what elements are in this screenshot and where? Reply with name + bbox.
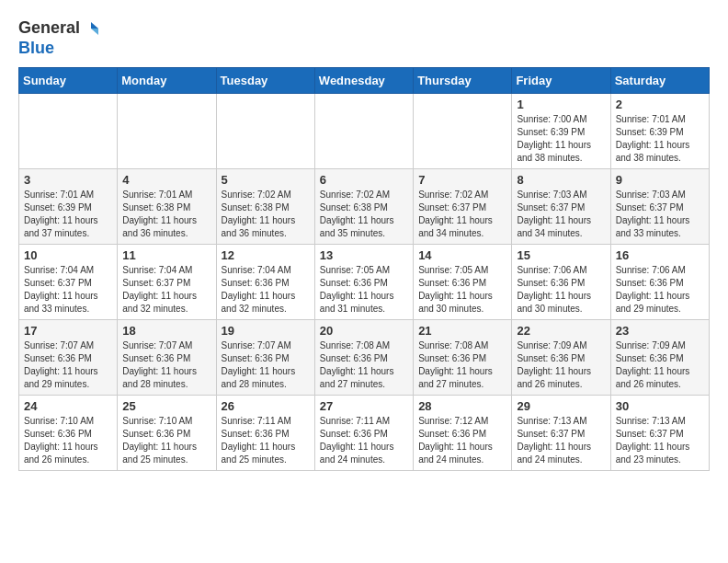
day-number: 26 [222,399,310,413]
day-number: 19 [222,324,310,338]
day-info: Sunrise: 7:13 AM Sunset: 6:37 PM Dayligh… [517,415,605,466]
calendar-week-row: 3Sunrise: 7:01 AM Sunset: 6:39 PM Daylig… [19,169,710,245]
calendar-cell: 15Sunrise: 7:06 AM Sunset: 6:36 PM Dayli… [512,245,610,320]
day-number: 21 [418,324,506,338]
calendar-cell: 27Sunrise: 7:11 AM Sunset: 6:36 PM Dayli… [314,396,413,471]
calendar-cell: 29Sunrise: 7:13 AM Sunset: 6:37 PM Dayli… [512,396,610,471]
day-info: Sunrise: 7:13 AM Sunset: 6:37 PM Dayligh… [616,415,704,466]
day-info: Sunrise: 7:09 AM Sunset: 6:36 PM Dayligh… [517,339,605,391]
day-info: Sunrise: 7:01 AM Sunset: 6:39 PM Dayligh… [616,113,704,165]
day-info: Sunrise: 7:01 AM Sunset: 6:38 PM Dayligh… [122,189,210,240]
calendar-cell: 26Sunrise: 7:11 AM Sunset: 6:36 PM Dayli… [216,396,314,471]
day-info: Sunrise: 7:07 AM Sunset: 6:36 PM Dayligh… [24,339,112,391]
calendar-cell: 25Sunrise: 7:10 AM Sunset: 6:36 PM Dayli… [118,396,216,471]
day-number: 10 [24,248,112,262]
calendar-cell: 1Sunrise: 7:00 AM Sunset: 6:39 PM Daylig… [512,94,610,169]
day-number: 2 [616,98,704,111]
calendar-cell: 5Sunrise: 7:02 AM Sunset: 6:38 PM Daylig… [216,169,314,245]
day-number: 13 [320,248,408,262]
day-number: 30 [616,399,704,413]
day-number: 6 [320,173,408,187]
day-number: 4 [122,173,210,187]
day-number: 12 [222,248,310,262]
logo: General Blue [18,18,98,58]
day-number: 5 [222,173,310,187]
day-info: Sunrise: 7:04 AM Sunset: 6:37 PM Dayligh… [24,264,112,316]
day-number: 11 [122,248,210,262]
logo-bird-icon [82,20,98,37]
day-info: Sunrise: 7:05 AM Sunset: 6:36 PM Dayligh… [418,264,506,316]
calendar-cell: 22Sunrise: 7:09 AM Sunset: 6:36 PM Dayli… [512,320,610,396]
calendar-header-row: SundayMondayTuesdayWednesdayThursdayFrid… [19,68,710,94]
calendar-cell: 24Sunrise: 7:10 AM Sunset: 6:36 PM Dayli… [19,396,118,471]
day-info: Sunrise: 7:10 AM Sunset: 6:36 PM Dayligh… [24,415,112,466]
calendar-cell: 4Sunrise: 7:01 AM Sunset: 6:38 PM Daylig… [118,169,216,245]
day-number: 14 [418,248,506,262]
calendar-cell [414,94,512,169]
calendar-cell [216,94,314,169]
logo-blue: Blue [18,39,54,59]
day-info: Sunrise: 7:10 AM Sunset: 6:36 PM Dayligh… [122,415,210,466]
calendar-week-row: 17Sunrise: 7:07 AM Sunset: 6:36 PM Dayli… [19,320,710,396]
calendar-week-row: 10Sunrise: 7:04 AM Sunset: 6:37 PM Dayli… [19,245,710,320]
day-info: Sunrise: 7:11 AM Sunset: 6:36 PM Dayligh… [320,415,408,466]
calendar-cell [19,94,118,169]
day-info: Sunrise: 7:06 AM Sunset: 6:36 PM Dayligh… [517,264,605,316]
day-info: Sunrise: 7:08 AM Sunset: 6:36 PM Dayligh… [320,339,408,391]
day-info: Sunrise: 7:06 AM Sunset: 6:36 PM Dayligh… [616,264,704,316]
day-info: Sunrise: 7:03 AM Sunset: 6:37 PM Dayligh… [517,189,605,240]
calendar-cell: 14Sunrise: 7:05 AM Sunset: 6:36 PM Dayli… [414,245,512,320]
day-number: 29 [517,399,605,413]
weekday-header: Saturday [610,68,709,94]
day-info: Sunrise: 7:01 AM Sunset: 6:39 PM Dayligh… [24,189,112,240]
day-info: Sunrise: 7:12 AM Sunset: 6:36 PM Dayligh… [418,415,506,466]
calendar-cell: 23Sunrise: 7:09 AM Sunset: 6:36 PM Dayli… [610,320,709,396]
day-number: 15 [517,248,605,262]
day-info: Sunrise: 7:02 AM Sunset: 6:38 PM Dayligh… [222,189,310,240]
day-info: Sunrise: 7:02 AM Sunset: 6:37 PM Dayligh… [418,189,506,240]
day-number: 18 [122,324,210,338]
day-number: 1 [517,98,605,111]
svg-marker-1 [91,29,98,35]
day-number: 27 [320,399,408,413]
day-number: 25 [122,399,210,413]
calendar-cell: 6Sunrise: 7:02 AM Sunset: 6:38 PM Daylig… [314,169,413,245]
day-number: 28 [418,399,506,413]
calendar-cell: 30Sunrise: 7:13 AM Sunset: 6:37 PM Dayli… [610,396,709,471]
calendar-table: SundayMondayTuesdayWednesdayThursdayFrid… [18,67,710,471]
day-number: 20 [320,324,408,338]
calendar-cell: 11Sunrise: 7:04 AM Sunset: 6:37 PM Dayli… [118,245,216,320]
calendar-cell: 3Sunrise: 7:01 AM Sunset: 6:39 PM Daylig… [19,169,118,245]
day-info: Sunrise: 7:04 AM Sunset: 6:36 PM Dayligh… [222,264,310,316]
logo-general: General [18,18,80,39]
day-info: Sunrise: 7:02 AM Sunset: 6:38 PM Dayligh… [320,189,408,240]
day-info: Sunrise: 7:03 AM Sunset: 6:37 PM Dayligh… [616,189,704,240]
calendar-cell: 2Sunrise: 7:01 AM Sunset: 6:39 PM Daylig… [610,94,709,169]
calendar-week-row: 1Sunrise: 7:00 AM Sunset: 6:39 PM Daylig… [19,94,710,169]
calendar-cell: 19Sunrise: 7:07 AM Sunset: 6:36 PM Dayli… [216,320,314,396]
day-number: 3 [24,173,112,187]
calendar-cell: 7Sunrise: 7:02 AM Sunset: 6:37 PM Daylig… [414,169,512,245]
day-info: Sunrise: 7:07 AM Sunset: 6:36 PM Dayligh… [222,339,310,391]
weekday-header: Wednesday [314,68,413,94]
day-number: 8 [517,173,605,187]
day-info: Sunrise: 7:11 AM Sunset: 6:36 PM Dayligh… [222,415,310,466]
calendar-cell [118,94,216,169]
calendar-cell: 18Sunrise: 7:07 AM Sunset: 6:36 PM Dayli… [118,320,216,396]
calendar-cell: 20Sunrise: 7:08 AM Sunset: 6:36 PM Dayli… [314,320,413,396]
day-number: 22 [517,324,605,338]
day-number: 24 [24,399,112,413]
calendar-cell: 12Sunrise: 7:04 AM Sunset: 6:36 PM Dayli… [216,245,314,320]
calendar-cell: 17Sunrise: 7:07 AM Sunset: 6:36 PM Dayli… [19,320,118,396]
day-number: 7 [418,173,506,187]
calendar-week-row: 24Sunrise: 7:10 AM Sunset: 6:36 PM Dayli… [19,396,710,471]
weekday-header: Friday [512,68,610,94]
weekday-header: Sunday [19,68,118,94]
weekday-header: Tuesday [216,68,314,94]
day-info: Sunrise: 7:04 AM Sunset: 6:37 PM Dayligh… [122,264,210,316]
day-info: Sunrise: 7:09 AM Sunset: 6:36 PM Dayligh… [616,339,704,391]
day-info: Sunrise: 7:08 AM Sunset: 6:36 PM Dayligh… [418,339,506,391]
page-header: General Blue [18,18,710,58]
day-number: 23 [616,324,704,338]
day-number: 9 [616,173,704,187]
